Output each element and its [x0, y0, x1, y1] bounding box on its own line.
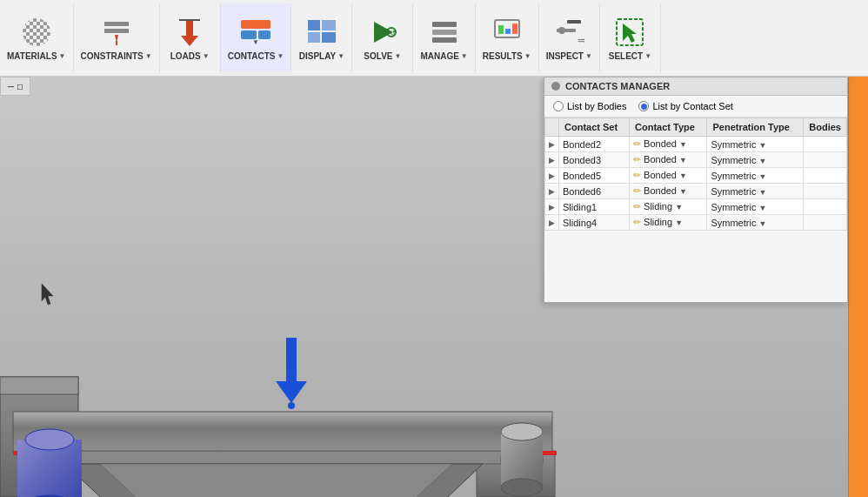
select-label: SELECT ▼ — [609, 51, 651, 61]
results-icon — [490, 15, 524, 50]
penetration-type-dropdown[interactable]: ▼ — [758, 157, 766, 165]
contact-type-dropdown[interactable]: ▼ — [675, 218, 683, 227]
toolbar-materials[interactable]: MATERIALS ▼ — [0, 3, 74, 72]
penetration-type-dropdown[interactable]: ▼ — [758, 204, 766, 212]
penetration-type-cell[interactable]: Symmetric ▼ — [707, 152, 804, 168]
viewport[interactable]: ─ □ — [0, 77, 868, 497]
svg-rect-37 — [52, 451, 522, 464]
model-tab[interactable]: ─ □ — [0, 77, 30, 96]
penetration-type-value: Symmetric — [711, 202, 756, 212]
toolbar-loads[interactable]: LOADS ▼ — [160, 3, 221, 72]
svg-rect-19 — [432, 30, 457, 35]
edit-icon: ✏ — [633, 185, 641, 196]
view-tabs: ─ □ — [0, 77, 30, 96]
toolbar-select[interactable]: SELECT ▼ — [600, 3, 661, 72]
penetration-type-dropdown[interactable]: ▼ — [758, 141, 766, 150]
contact-set-value: Bonded6 — [559, 184, 630, 199]
contact-type-cell[interactable]: ✏ Sliding ▼ — [630, 215, 707, 231]
svg-rect-4 — [186, 20, 193, 36]
toolbar: MATERIALS ▼ CONSTRAINTS ▼ LOADS — [0, 0, 868, 77]
manage-label: MANAGE ▼ — [420, 51, 467, 61]
expand-arrow[interactable]: ▶ — [545, 215, 559, 231]
table-row[interactable]: ▶Bonded5✏ Bonded ▼Symmetric ▼ — [545, 168, 847, 184]
contacts-label: CONTACTS ▼ — [228, 51, 284, 61]
svg-rect-11 — [308, 20, 320, 30]
penetration-type-dropdown[interactable]: ▼ — [758, 188, 766, 197]
svg-rect-20 — [432, 37, 457, 43]
contact-type-cell[interactable]: ✏ Bonded ▼ — [630, 152, 707, 168]
bodies-value — [804, 199, 847, 215]
radio-list-by-contact-set[interactable]: List by Contact Set — [638, 101, 732, 111]
edit-icon: ✏ — [633, 170, 641, 180]
contacts-tbody: ▶Bonded2✏ Bonded ▼Symmetric ▼▶Bonded3✏ B… — [545, 137, 847, 231]
penetration-type-cell[interactable]: Symmetric ▼ — [707, 215, 804, 231]
bodies-value — [804, 184, 847, 199]
col-contact-type: Contact Type — [630, 118, 707, 137]
svg-rect-24 — [512, 24, 517, 34]
inspect-icon: ⇒ — [551, 15, 586, 50]
panel-close-button[interactable] — [551, 82, 560, 91]
tab-minimize-icon: ─ — [8, 82, 14, 91]
penetration-type-dropdown[interactable]: ▼ — [758, 219, 766, 228]
expand-arrow[interactable]: ▶ — [545, 184, 559, 199]
radio-bodies-label: List by Bodies — [567, 101, 626, 111]
expand-arrow[interactable]: ▶ — [545, 137, 559, 152]
penetration-type-cell[interactable]: Symmetric ▼ — [707, 199, 804, 215]
penetration-type-cell[interactable]: Symmetric ▼ — [707, 168, 804, 184]
table-row[interactable]: ▶Sliding1✏ Sliding ▼Symmetric ▼ — [545, 199, 847, 215]
toolbar-constraints[interactable]: CONSTRAINTS ▼ — [74, 3, 160, 72]
results-label: RESULTS ▼ — [483, 51, 531, 61]
contact-type-cell[interactable]: ✏ Bonded ▼ — [630, 137, 707, 152]
svg-rect-26 — [567, 20, 581, 24]
expand-arrow[interactable]: ▶ — [545, 152, 559, 168]
right-panel-handle[interactable] — [848, 77, 868, 497]
svg-rect-1 — [104, 29, 129, 33]
edit-icon: ✏ — [633, 201, 641, 212]
contact-type-dropdown[interactable]: ▼ — [679, 187, 687, 196]
toolbar-manage[interactable]: MANAGE ▼ — [413, 3, 475, 72]
contact-type-cell[interactable]: ✏ Sliding ▼ — [630, 199, 707, 215]
display-label: DISPLAY ▼ — [299, 51, 344, 61]
contact-type-value: Bonded — [644, 154, 677, 165]
penetration-type-value: Symmetric — [711, 186, 756, 197]
contact-type-dropdown[interactable]: ▼ — [675, 203, 683, 212]
toolbar-display[interactable]: DISPLAY ▼ — [291, 3, 352, 72]
contact-type-cell[interactable]: ✏ Bonded ▼ — [630, 168, 707, 184]
svg-rect-0 — [104, 22, 129, 26]
toolbar-contacts[interactable]: ▼ CONTACTS ▼ — [221, 3, 292, 72]
penetration-type-dropdown[interactable]: ▼ — [758, 172, 766, 181]
expand-arrow[interactable]: ▶ — [545, 199, 559, 215]
toolbar-solve[interactable]: ↺ SOLVE ▼ — [352, 3, 413, 72]
table-row[interactable]: ▶Bonded2✏ Bonded ▼Symmetric ▼ — [545, 137, 847, 152]
bodies-value — [804, 152, 847, 168]
contacts-panel-header: CONTACTS MANAGER — [544, 77, 847, 96]
penetration-type-cell[interactable]: Symmetric ▼ — [707, 137, 804, 152]
contact-set-value: Bonded5 — [559, 168, 630, 184]
contact-type-dropdown[interactable]: ▼ — [679, 171, 687, 180]
table-row[interactable]: ▶Sliding4✏ Sliding ▼Symmetric ▼ — [545, 215, 847, 231]
svg-text:⇒: ⇒ — [578, 33, 584, 47]
contact-type-cell[interactable]: ✏ Bonded ▼ — [630, 184, 707, 199]
penetration-type-value: Symmetric — [711, 171, 756, 181]
manage-icon — [427, 15, 462, 50]
radio-contact-set-circle — [638, 101, 649, 111]
contact-type-dropdown[interactable]: ▼ — [679, 156, 687, 165]
toolbar-results[interactable]: RESULTS ▼ — [476, 3, 539, 72]
display-icon — [304, 15, 339, 50]
inspect-label: INSPECT ▼ — [546, 51, 592, 61]
svg-rect-7 — [241, 20, 270, 29]
contacts-panel: CONTACTS MANAGER List by Bodies List by … — [544, 77, 848, 303]
expand-arrow[interactable]: ▶ — [545, 168, 559, 184]
table-row[interactable]: ▶Bonded3✏ Bonded ▼Symmetric ▼ — [545, 152, 847, 168]
radio-list-by-bodies[interactable]: List by Bodies — [553, 101, 626, 111]
bodies-value — [804, 215, 847, 231]
svg-rect-33 — [0, 377, 78, 394]
solve-icon: ↺ — [365, 15, 400, 50]
penetration-type-cell[interactable]: Symmetric ▼ — [707, 184, 804, 199]
contact-type-value: Bonded — [644, 185, 677, 196]
contact-type-dropdown[interactable]: ▼ — [679, 140, 687, 149]
toolbar-inspect[interactable]: ⇒ INSPECT ▼ — [539, 3, 600, 72]
table-row[interactable]: ▶Bonded6✏ Bonded ▼Symmetric ▼ — [545, 184, 847, 199]
materials-label: MATERIALS ▼ — [7, 51, 66, 61]
svg-marker-30 — [623, 24, 637, 43]
